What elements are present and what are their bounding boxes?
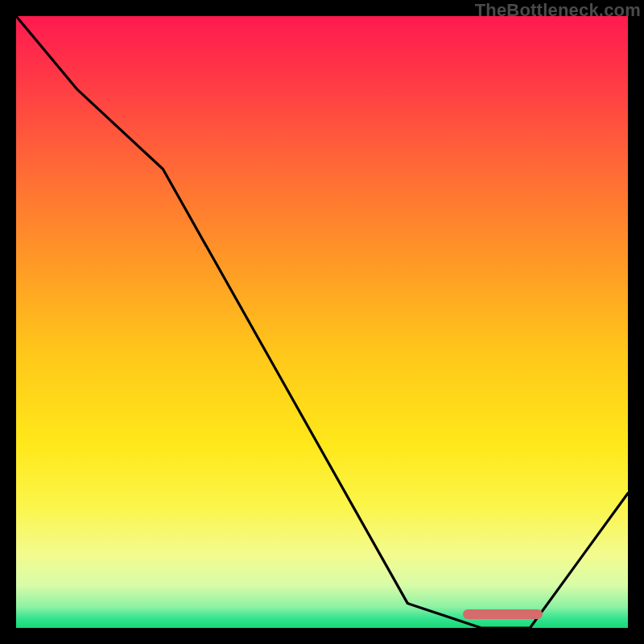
- svg-rect-0: [16, 16, 628, 628]
- watermark-text: TheBottleneck.com: [475, 0, 641, 21]
- plot-frame: [16, 16, 628, 628]
- optimal-range-bar: [463, 609, 543, 619]
- heat-gradient: [16, 16, 628, 628]
